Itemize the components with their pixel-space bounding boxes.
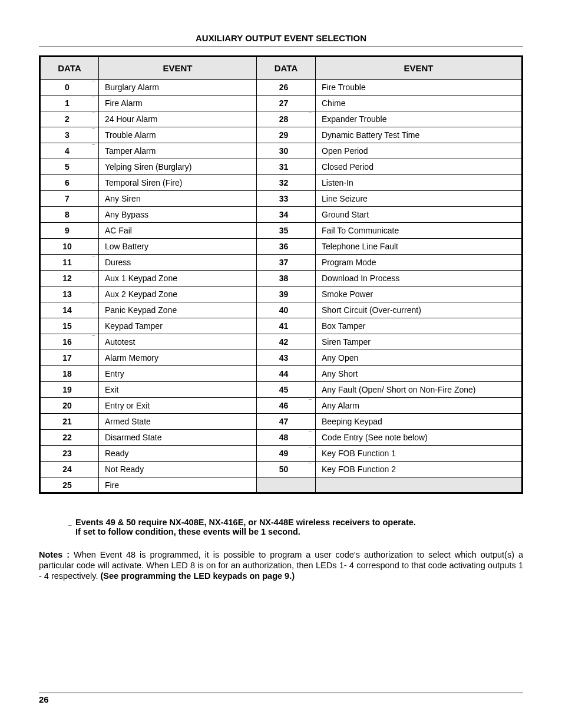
data-cell: 42 (257, 334, 316, 350)
event-cell: Low Battery (99, 239, 257, 255)
data-cell: 40 (257, 302, 316, 318)
data-cell: 15 (40, 318, 99, 334)
data-cell: 43 (257, 350, 316, 366)
header-data-2: DATA (257, 57, 316, 80)
events-table: DATA EVENT DATA EVENT 0¯Burglary Alarm26… (39, 55, 523, 494)
event-cell: Key FOB Function 2 (316, 462, 523, 477)
event-cell: Code Entry (See note below) (316, 430, 523, 446)
event-cell: 24 Hour Alarm (99, 111, 257, 127)
data-cell: 38 (257, 271, 316, 286)
data-cell (257, 477, 316, 493)
event-cell (316, 477, 523, 493)
event-cell: Ground Start (316, 207, 523, 223)
event-cell: Trouble Alarm (99, 127, 257, 143)
data-cell: 0¯ (40, 80, 99, 95)
event-cell: Closed Period (316, 159, 523, 175)
event-cell: Box Tamper (316, 318, 523, 334)
table-row: 1¯Fire Alarm27Chime (40, 95, 523, 111)
footnote-mark-icon: ¯ (309, 398, 312, 404)
event-cell: Short Circuit (Over-current) (316, 302, 523, 318)
event-cell: Panic Keypad Zone (99, 302, 257, 318)
event-cell: Line Seizure (316, 191, 523, 207)
table-header-row: DATA EVENT DATA EVENT (40, 57, 523, 80)
event-cell: Any Bypass (99, 207, 257, 223)
event-cell: Telephone Line Fault (316, 239, 523, 255)
event-cell: Key FOB Function 1 (316, 446, 523, 462)
footnote-line2: If set to follow condition, these events… (75, 527, 300, 536)
footnote-mark-icon: ¯ (92, 128, 95, 134)
event-cell: Fire Alarm (99, 95, 257, 111)
event-cell: Chime (316, 95, 523, 111)
table-row: 22Disarmed State48¯Code Entry (See note … (40, 430, 523, 446)
table-row: 10Low Battery36Telephone Line Fault (40, 239, 523, 255)
data-cell: 45 (257, 382, 316, 398)
event-cell: Open Period (316, 143, 523, 159)
table-row: 17Alarm Memory43Any Open (40, 350, 523, 366)
data-cell: 36 (257, 239, 316, 255)
event-cell: Program Mode (316, 255, 523, 271)
page-footer: 26 (39, 693, 523, 704)
event-cell: Fire Trouble (316, 80, 523, 95)
data-cell: 13¯ (40, 286, 99, 302)
table-row: 8Any Bypass34Ground Start (40, 207, 523, 223)
event-cell: Fire (99, 477, 257, 493)
event-cell: Alarm Memory (99, 350, 257, 366)
data-cell: 39 (257, 286, 316, 302)
table-row: 0¯Burglary Alarm26Fire Trouble (40, 80, 523, 95)
table-row: 23Ready49¯Key FOB Function 1 (40, 446, 523, 462)
footnote-mark-icon: ¯ (92, 144, 95, 150)
data-cell: 3¯ (40, 127, 99, 143)
table-row: 15Keypad Tamper41Box Tamper (40, 318, 523, 334)
data-cell: 50¯ (257, 462, 316, 477)
event-cell: Dynamic Battery Test Time (316, 127, 523, 143)
data-cell: 17 (40, 350, 99, 366)
event-cell: Keypad Tamper (99, 318, 257, 334)
data-cell: 10 (40, 239, 99, 255)
footnote-mark-icon: ¯ (309, 446, 312, 452)
data-cell: 21 (40, 414, 99, 430)
notes-paragraph: Notes : When Event 48 is programmed, it … (39, 549, 523, 581)
event-cell: Aux 1 Keypad Zone (99, 271, 257, 286)
event-cell: Armed State (99, 414, 257, 430)
table-row: 20Entry or Exit46¯Any Alarm (40, 398, 523, 414)
table-row: 16¯Autotest42Siren Tamper (40, 334, 523, 350)
event-cell: Smoke Power (316, 286, 523, 302)
event-cell: Tamper Alarm (99, 143, 257, 159)
data-cell: 31 (257, 159, 316, 175)
data-cell: 44 (257, 366, 316, 382)
footnote-line1: Events 49 & 50 require NX-408E, NX-416E,… (75, 518, 416, 527)
data-cell: 37 (257, 255, 316, 271)
event-cell: Duress (99, 255, 257, 271)
event-cell: Entry (99, 366, 257, 382)
table-row: 19Exit45Any Fault (Open/ Short on Non-Fi… (40, 382, 523, 398)
data-cell: 23 (40, 446, 99, 462)
footnote-mark-icon: ¯ (92, 303, 95, 309)
data-cell: 18 (40, 366, 99, 382)
footnote-mark-icon: ¯ (92, 271, 95, 277)
data-cell: 47 (257, 414, 316, 430)
data-cell: 32 (257, 175, 316, 191)
table-row: 18Entry44Any Short (40, 366, 523, 382)
data-cell: 27 (257, 95, 316, 111)
data-cell: 4¯ (40, 143, 99, 159)
data-cell: 41 (257, 318, 316, 334)
table-row: 24Not Ready50¯Key FOB Function 2 (40, 462, 523, 477)
table-row: 4¯Tamper Alarm30Open Period (40, 143, 523, 159)
data-cell: 14¯ (40, 302, 99, 318)
data-cell: 28¯ (257, 111, 316, 127)
page-title: AUXILIARY OUTPUT EVENT SELECTION (39, 33, 523, 43)
footnote-mark-icon: ¯ (92, 112, 95, 118)
data-cell: 5 (40, 159, 99, 175)
data-cell: 9 (40, 223, 99, 239)
table-row: 25Fire (40, 477, 523, 493)
data-cell: 2¯ (40, 111, 99, 127)
data-cell: 24 (40, 462, 99, 477)
notes-label: Notes : (39, 550, 70, 559)
data-cell: 26 (257, 80, 316, 95)
table-row: 12¯Aux 1 Keypad Zone38Download In Proces… (40, 271, 523, 286)
event-cell: Aux 2 Keypad Zone (99, 286, 257, 302)
data-cell: 33 (257, 191, 316, 207)
data-cell: 34 (257, 207, 316, 223)
event-cell: AC Fail (99, 223, 257, 239)
data-cell: 29 (257, 127, 316, 143)
